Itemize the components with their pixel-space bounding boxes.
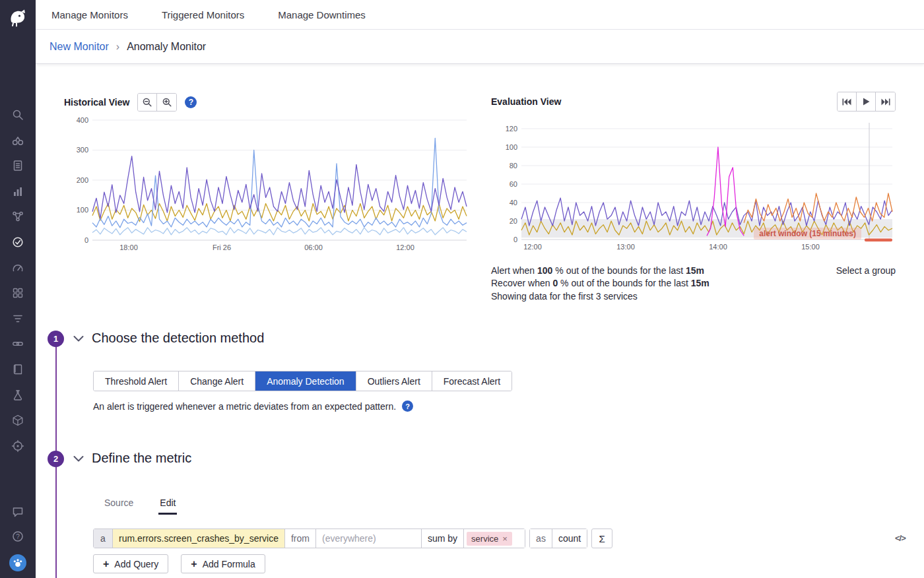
datadog-logo[interactable] (0, 0, 36, 36)
code-view-toggle-icon[interactable]: </> (895, 533, 906, 543)
detection-method-group: Threshold Alert Change Alert Anomaly Det… (93, 371, 512, 391)
top-nav: Manage Monitors Triggered Monitors Manag… (36, 0, 924, 30)
historical-view-header: Historical View ? (64, 93, 197, 112)
svg-text:06:00: 06:00 (304, 243, 323, 251)
integrations-icon[interactable] (11, 286, 24, 300)
chat-icon[interactable] (11, 505, 24, 519)
svg-text:300: 300 (77, 146, 88, 154)
filter-icon[interactable] (11, 312, 24, 325)
alert-window-label: alert window (15 minutes) (754, 228, 861, 240)
svg-text:15:00: 15:00 (801, 243, 820, 251)
historical-chart-canvas: 010020030040018:00Fri 2606:0012:00 (63, 113, 469, 253)
rewind-button[interactable] (838, 92, 857, 111)
notebook-icon[interactable] (11, 159, 24, 172)
plus-icon: + (103, 559, 109, 569)
svg-text:Fri 26: Fri 26 (213, 243, 231, 251)
sigma-functions-button[interactable]: Σ (591, 529, 612, 548)
svg-text:40: 40 (510, 199, 517, 207)
metric-editor-tabs: Source Edit (103, 498, 177, 515)
historical-view-title: Historical View (64, 97, 129, 108)
alert-conditions: Alert when 100 % out of the bounds for t… (491, 265, 710, 303)
section-1-collapse-chevron-icon[interactable] (73, 335, 84, 342)
section-2-collapse-chevron-icon[interactable] (73, 455, 84, 463)
breadcrumb-current: Anomaly Monitor (127, 41, 206, 53)
svg-text:20: 20 (510, 217, 517, 225)
historical-chart[interactable]: 010020030040018:00Fri 2606:0012:00 (63, 113, 469, 253)
monitors-icon[interactable] (11, 236, 24, 249)
svg-text:12:00: 12:00 (396, 243, 414, 251)
breadcrumb: New Monitor › Anomaly Monitor (36, 30, 924, 64)
avatar[interactable] (9, 554, 26, 571)
aggregator-select[interactable]: count (552, 529, 587, 548)
method-description: An alert is triggered whenever a metric … (93, 401, 396, 412)
add-query-button[interactable]: + Add Query (93, 554, 168, 573)
play-button[interactable] (857, 92, 876, 111)
method-forecast-alert[interactable]: Forecast Alert (432, 371, 512, 391)
tab-edit[interactable]: Edit (158, 498, 177, 515)
evaluation-view-header: Evaluation View (491, 92, 896, 112)
metrics-icon[interactable] (11, 185, 24, 198)
svg-text:0: 0 (84, 236, 88, 244)
method-change-alert[interactable]: Change Alert (179, 371, 255, 391)
method-anomaly-detection[interactable]: Anomaly Detection (255, 371, 356, 391)
add-formula-button[interactable]: + Add Formula (181, 554, 265, 573)
svg-text:100: 100 (506, 143, 517, 151)
remove-tag-icon[interactable]: × (502, 534, 508, 544)
tab-triggered-monitors[interactable]: Triggered Monitors (162, 9, 244, 20)
svg-text:?: ? (16, 533, 20, 540)
zoom-controls (137, 93, 177, 112)
network-icon[interactable] (11, 210, 24, 223)
apm-icon[interactable] (11, 261, 24, 274)
watchdog-icon[interactable] (11, 134, 24, 147)
historical-help-icon[interactable]: ? (185, 96, 197, 108)
method-outliers-alert[interactable]: Outliers Alert (356, 371, 432, 391)
group-tag-service[interactable]: service × (467, 532, 512, 546)
service-map-icon[interactable] (11, 337, 24, 350)
fast-forward-button[interactable] (876, 92, 895, 111)
svg-text:13:00: 13:00 (616, 243, 635, 251)
svg-text:12:00: 12:00 (523, 243, 542, 251)
svg-text:400: 400 (77, 116, 88, 124)
incidents-icon[interactable] (11, 439, 24, 453)
alert-condition-line: Alert when 100 % out of the bounds for t… (491, 265, 710, 277)
select-a-group-label: Select a group (836, 265, 896, 276)
metric-name-input[interactable]: rum.errors.screen_crashes_by_service (113, 529, 285, 548)
zoom-out-button[interactable] (138, 94, 157, 111)
group-by-input[interactable]: service × (464, 529, 525, 548)
tab-manage-monitors[interactable]: Manage Monitors (51, 9, 128, 20)
add-formula-label: Add Formula (203, 559, 255, 569)
zoom-in-button[interactable] (157, 94, 176, 111)
evaluation-chart[interactable]: 02040608010012012:0013:0014:0015:00 aler… (491, 122, 895, 253)
breadcrumb-link-new-monitor[interactable]: New Monitor (50, 41, 109, 53)
synthetics-icon[interactable] (11, 389, 24, 402)
svg-text:14:00: 14:00 (709, 243, 727, 251)
sidebar-nav (0, 108, 36, 453)
from-label: from (285, 529, 316, 548)
sum-by-label: sum by (422, 529, 464, 548)
method-help-icon[interactable]: ? (402, 401, 413, 412)
recover-condition-line: Recover when 0 % out of the bounds for t… (491, 277, 710, 290)
method-threshold-alert[interactable]: Threshold Alert (94, 371, 179, 391)
tab-source[interactable]: Source (103, 498, 135, 515)
section-2-title: Define the metric (92, 451, 191, 466)
tab-manage-downtimes[interactable]: Manage Downtimes (278, 9, 366, 20)
aggregation-group: as count (529, 529, 587, 548)
as-label: as (530, 529, 552, 548)
sidebar: ? (0, 0, 36, 578)
group-tag-label: service (471, 534, 498, 544)
help-icon[interactable]: ? (11, 530, 24, 543)
evaluation-view-title: Evaluation View (491, 96, 561, 107)
logs-icon[interactable] (11, 363, 24, 376)
search-icon[interactable] (11, 108, 24, 121)
scope-input[interactable]: (everywhere) (316, 529, 422, 548)
security-icon[interactable] (11, 414, 24, 427)
svg-text:100: 100 (77, 206, 88, 214)
step-1-badge: 1 (48, 331, 64, 347)
svg-text:120: 120 (506, 125, 517, 133)
svg-text:80: 80 (510, 162, 517, 170)
query-actions: + Add Query + Add Formula (93, 554, 265, 573)
playback-controls (837, 92, 896, 112)
sidebar-bottom: ? (0, 505, 36, 571)
svg-text:60: 60 (510, 180, 517, 188)
query-letter-toggle[interactable]: a (94, 529, 113, 548)
